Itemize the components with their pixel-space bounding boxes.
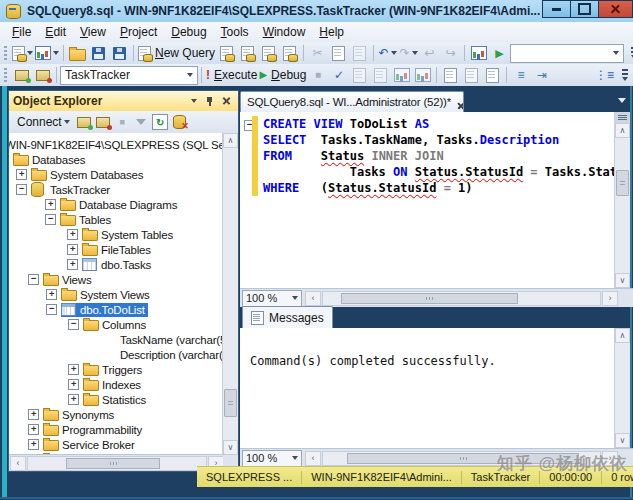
scroll-thumb[interactable]: [224, 389, 237, 417]
available-databases-combobox[interactable]: TaskTracker: [60, 66, 198, 85]
tree-item-databases[interactable]: Databases: [9, 152, 223, 167]
scroll-thumb[interactable]: [616, 170, 629, 196]
menu-debug[interactable]: Debug: [164, 23, 213, 41]
execute-button[interactable]: ! Execute: [206, 66, 257, 85]
tree-item-dbo-todolist[interactable]: −dbo.ToDoList: [46, 302, 223, 317]
expander-icon[interactable]: −: [46, 304, 57, 315]
database-engine-query-button[interactable]: [217, 44, 236, 63]
expander-icon[interactable]: +: [68, 379, 79, 390]
messages-panel[interactable]: Command(s) completed successfully. ∧ ∨: [240, 328, 630, 448]
tree-item-win-9nf1k82eif4-sqlexpress-sql-server-12[interactable]: WIN-9NF1K82EIF4\SQLEXPRESS (SQL Server 1…: [9, 137, 223, 152]
undo-button[interactable]: ↶: [378, 44, 397, 63]
sql-code[interactable]: CREATE VIEW ToDoList ASSELECT Tasks.Task…: [263, 116, 612, 288]
expander-icon[interactable]: −: [45, 214, 56, 225]
menu-window[interactable]: Window: [256, 23, 313, 41]
navigate-forward-button[interactable]: ↪: [441, 44, 460, 63]
expander-icon[interactable]: +: [16, 169, 27, 180]
tree-item-service-broker[interactable]: +Service Broker: [28, 437, 223, 452]
disconnect-server-button[interactable]: [95, 114, 112, 131]
connect-query-button[interactable]: [12, 66, 31, 85]
tree-item-views[interactable]: −Views: [28, 272, 223, 287]
scroll-track[interactable]: [322, 291, 601, 306]
messages-zoom-select[interactable]: 100 %: [242, 450, 302, 467]
analysis-services-xmla-button[interactable]: [280, 44, 299, 63]
filter-button[interactable]: [133, 114, 150, 131]
tree-item-indexes[interactable]: +Indexes: [68, 377, 223, 392]
new-project-button[interactable]: [12, 44, 33, 63]
menu-project[interactable]: Project: [113, 23, 164, 41]
error-logs-button[interactable]: [171, 114, 188, 131]
expander-icon[interactable]: +: [28, 424, 39, 435]
expander-icon[interactable]: +: [68, 364, 79, 375]
active-files-dropdown[interactable]: [618, 98, 626, 103]
scroll-left-button[interactable]: ‹: [305, 451, 321, 466]
query-tab[interactable]: SQLQuery8.sql - WI...Administrator (52))…: [240, 91, 464, 112]
tree-item-tables[interactable]: −Tables: [45, 212, 223, 227]
increase-indent-button[interactable]: ⇥: [532, 66, 551, 85]
scroll-left-button[interactable]: ‹: [305, 291, 321, 306]
scroll-up-button[interactable]: ∧: [615, 328, 630, 343]
tree-item-database-diagrams[interactable]: +Database Diagrams: [45, 197, 223, 212]
toolbar-grip[interactable]: [4, 46, 7, 61]
object-explorer-header[interactable]: Object Explorer: [9, 91, 238, 112]
redo-button[interactable]: ↷: [399, 44, 418, 63]
scroll-down-button[interactable]: ∨: [223, 440, 238, 455]
query-options-button[interactable]: [371, 66, 390, 85]
scroll-track[interactable]: [27, 456, 207, 471]
refresh-button[interactable]: ↻: [152, 114, 169, 131]
messages-vertical-scrollbar[interactable]: ∧ ∨: [614, 328, 630, 448]
messages-tab[interactable]: Messages: [242, 306, 333, 328]
stop-button[interactable]: ■: [114, 114, 131, 131]
menu-edit[interactable]: Edit: [38, 23, 73, 41]
minimize-button[interactable]: [542, 0, 571, 18]
tree-item-columns[interactable]: −Columns: [68, 317, 223, 332]
debug-button[interactable]: ▶ Debug: [259, 66, 306, 85]
scroll-down-button[interactable]: ∨: [615, 433, 630, 448]
tree-item-dbo-tasks[interactable]: +dbo.Tasks: [67, 257, 223, 272]
toolbar-overflow-button[interactable]: [618, 66, 631, 85]
panel-menu-button[interactable]: [185, 94, 200, 109]
include-actual-plan-button[interactable]: [413, 66, 432, 85]
cut-button[interactable]: ✂: [308, 44, 327, 63]
tree-item-taskname-varchar-50[interactable]: TaskName (varchar(50),: [88, 332, 223, 347]
uncomment-button[interactable]: [483, 66, 502, 85]
display-estimated-plan-button[interactable]: [350, 66, 369, 85]
expander-icon[interactable]: +: [67, 259, 78, 270]
intellisense-button[interactable]: [392, 66, 411, 85]
scroll-left-button[interactable]: ‹: [10, 456, 26, 471]
tree-item-filetables[interactable]: +FileTables: [67, 242, 223, 257]
save-all-button[interactable]: [110, 44, 129, 63]
tree-vertical-scrollbar[interactable]: ∧ ∨: [222, 133, 238, 455]
scroll-thumb[interactable]: [341, 293, 518, 304]
sql-editor[interactable]: − CREATE VIEW ToDoList ASSELECT Tasks.Ta…: [240, 112, 630, 288]
open-file-button[interactable]: [68, 44, 87, 63]
close-button[interactable]: [598, 0, 633, 18]
toolbar-grip[interactable]: [4, 68, 7, 83]
save-button[interactable]: [89, 44, 108, 63]
maximize-button[interactable]: [570, 0, 599, 18]
editor-vertical-scrollbar[interactable]: ∧ ∨: [614, 112, 630, 288]
toolbar-overflow-button[interactable]: [627, 44, 633, 63]
line-numbers-button[interactable]: ⋮≡: [595, 66, 614, 85]
menu-view[interactable]: View: [73, 23, 113, 41]
connect-server-button[interactable]: [76, 114, 93, 131]
start-button[interactable]: ▶: [490, 44, 509, 63]
expander-icon[interactable]: +: [45, 199, 56, 210]
scroll-down-button[interactable]: ∨: [615, 273, 630, 288]
menu-tools[interactable]: Tools: [214, 23, 256, 41]
panel-pin-button[interactable]: [202, 94, 217, 109]
activity-monitor-button[interactable]: [469, 44, 488, 63]
change-connection-button[interactable]: [33, 66, 52, 85]
panel-close-button[interactable]: [219, 94, 234, 109]
scroll-up-button[interactable]: ∧: [615, 123, 630, 138]
expander-icon[interactable]: +: [67, 244, 78, 255]
tree-item-tasktracker[interactable]: −TaskTracker: [16, 182, 223, 197]
comment-button[interactable]: [462, 66, 481, 85]
menu-help[interactable]: Help: [312, 23, 351, 41]
expander-icon[interactable]: +: [46, 289, 57, 300]
find-combobox[interactable]: [510, 44, 624, 63]
editor-zoom-select[interactable]: 100 %: [242, 290, 302, 307]
tree-item-system-views[interactable]: +System Views: [46, 287, 223, 302]
expander-icon[interactable]: +: [28, 409, 39, 420]
expander-icon[interactable]: +: [67, 229, 78, 240]
